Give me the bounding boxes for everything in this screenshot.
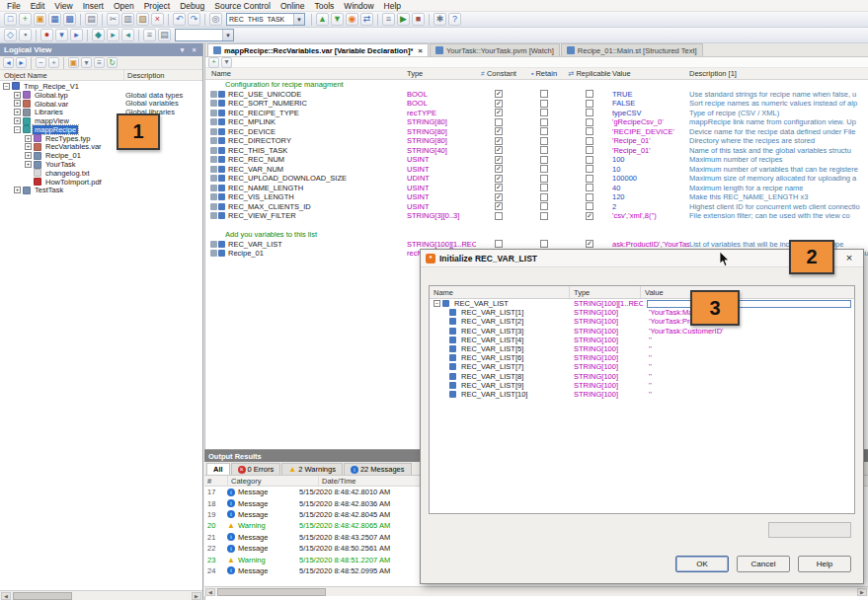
tree-item-mappview[interactable]: +mappView bbox=[0, 116, 202, 125]
pin-panel-icon[interactable]: ▾ bbox=[178, 46, 187, 54]
dialog-row-rec-var-list-3[interactable]: REC_VAR_LIST[3]STRING[100]'YourTask:Cust… bbox=[430, 327, 854, 336]
replicable-checkbox[interactable] bbox=[586, 90, 593, 98]
retain-checkbox[interactable] bbox=[540, 90, 548, 98]
output-tab-22-messages[interactable]: i22 Messages bbox=[344, 463, 412, 475]
value-column-header[interactable]: Value bbox=[641, 286, 854, 298]
retain-checkbox[interactable] bbox=[540, 193, 548, 201]
add-object-icon[interactable]: + bbox=[19, 13, 32, 26]
name-column-header[interactable]: Name bbox=[430, 286, 570, 298]
tree-item-yourtask[interactable]: +YourTask bbox=[0, 160, 202, 169]
build-icon[interactable]: ▲ bbox=[316, 13, 329, 26]
menu-item-debug[interactable]: Debug bbox=[175, 1, 209, 11]
collapse-all-icon[interactable]: − bbox=[36, 57, 46, 68]
open-icon[interactable]: ▣ bbox=[34, 13, 46, 26]
variable-row[interactable]: REC_RECIPE_TYPErecTYPE✓typeCSVType of re… bbox=[205, 109, 868, 118]
tree-item-changelog-txt[interactable]: changelog.txt bbox=[0, 169, 202, 178]
tree-item-testtask[interactable]: +TestTask bbox=[0, 187, 202, 195]
ok-button[interactable]: OK bbox=[675, 556, 729, 572]
variable-row[interactable]: REC_VIEW_FILTERSTRING[3][0..3]✓'csv','xm… bbox=[205, 211, 868, 221]
output-horizontal-scrollbar[interactable]: ◀ ▶ bbox=[204, 586, 868, 596]
prev-bookmark-icon[interactable]: ◂ bbox=[121, 29, 134, 41]
value-cell[interactable]: 'Recipe_01' bbox=[612, 146, 689, 155]
replicable-checkbox[interactable] bbox=[586, 118, 593, 126]
tree-item-howtoimport-pdf[interactable]: HowToImport.pdf bbox=[0, 178, 202, 187]
help-icon[interactable]: ? bbox=[448, 13, 461, 26]
add-variable-icon[interactable]: + bbox=[208, 57, 219, 68]
variable-row[interactable]: REC_NAME_LENGTHUSINT✓40Maximum length fo… bbox=[205, 184, 868, 193]
number-column-header[interactable]: # bbox=[204, 476, 228, 486]
menu-item-insert[interactable]: Insert bbox=[78, 1, 109, 11]
bookmark-icon[interactable]: ◆ bbox=[92, 29, 105, 41]
editor-tab-recipe-01[interactable]: Recipe_01::Main.st [Structured Text] bbox=[561, 43, 703, 56]
constant-checkbox[interactable]: ✓ bbox=[495, 175, 503, 183]
dialog-row-rec-var-list-4[interactable]: REC_VAR_LIST[4]STRING[100]'' bbox=[430, 336, 854, 344]
undo-icon[interactable]: ↶ bbox=[173, 13, 186, 26]
tree-toggle-icon[interactable]: + bbox=[14, 92, 21, 99]
variable-name-cell[interactable]: REC_NAME_LENGTH bbox=[205, 184, 407, 192]
menu-item-view[interactable]: View bbox=[49, 1, 77, 11]
replicable-checkbox[interactable] bbox=[586, 202, 593, 210]
dialog-row-rec-var-list-7[interactable]: REC_VAR_LIST[7]STRING[100]'' bbox=[430, 362, 854, 371]
dialog-row-rec-var-list-8[interactable]: REC_VAR_LIST[8]STRING[100]'' bbox=[430, 372, 854, 381]
rebuild-icon[interactable]: ▼ bbox=[331, 13, 344, 26]
variable-type[interactable]: UDINT bbox=[407, 174, 476, 183]
scrollbar-thumb[interactable] bbox=[13, 592, 72, 600]
variable-name-cell[interactable]: REC_THIS_TASK bbox=[205, 146, 407, 155]
value-cell[interactable]: 'gRecipeCsv_0' bbox=[612, 117, 689, 126]
dialog-row-rec-var-list-5[interactable]: REC_VAR_LIST[5]STRING[100]'' bbox=[430, 344, 854, 353]
object-name-column-header[interactable]: Object Name bbox=[0, 70, 124, 80]
menu-item-open[interactable]: Open bbox=[109, 1, 139, 11]
variable-row[interactable]: REC_REC_NUMUSINT✓100Maximum number of re… bbox=[205, 155, 868, 165]
tree-toggle-icon[interactable]: + bbox=[25, 152, 32, 159]
constant-checkbox[interactable]: ✓ bbox=[495, 100, 503, 108]
replicable-checkbox[interactable] bbox=[586, 109, 593, 116]
find-icon[interactable]: ◎ bbox=[209, 13, 222, 26]
editor-tab-mapprecipe[interactable]: mappRecipe::RecVariables.var [Variable D… bbox=[207, 43, 429, 56]
variable-name-cell[interactable]: REC_VAR_LIST bbox=[205, 240, 407, 249]
constant-checkbox[interactable]: ✓ bbox=[495, 90, 503, 98]
step-into-icon[interactable]: ▾ bbox=[55, 29, 68, 41]
constant-checkbox[interactable]: ✓ bbox=[495, 137, 503, 145]
variable-name-cell[interactable]: REC_DEVICE bbox=[205, 127, 407, 136]
variable-type[interactable]: USINT bbox=[407, 165, 476, 174]
settings-icon[interactable]: ✱ bbox=[434, 13, 446, 26]
delete-icon[interactable]: × bbox=[151, 13, 164, 26]
refresh-icon[interactable]: ↻ bbox=[107, 57, 118, 68]
scroll-left-icon[interactable]: ◀ bbox=[1, 592, 11, 600]
expand-all-icon[interactable]: + bbox=[48, 57, 59, 68]
menu-item-window[interactable]: Window bbox=[339, 1, 378, 11]
retain-column-header[interactable]: ▪Retain bbox=[521, 69, 567, 78]
editor-tab-yourtask[interactable]: YourTask::YourTask.pvm [Watch] bbox=[430, 43, 560, 56]
value-cell[interactable]: 40 bbox=[612, 184, 689, 192]
replicable-checkbox[interactable] bbox=[586, 184, 593, 191]
variable-type[interactable]: recTYPE bbox=[407, 109, 476, 117]
chevron-down-icon[interactable]: ▼ bbox=[222, 30, 233, 40]
menu-item-source-control[interactable]: Source Control bbox=[209, 1, 276, 11]
output-tab-0-errors[interactable]: ×0 Errors bbox=[231, 463, 281, 475]
value-cell[interactable]: ask:ProductID','YourTask:CustomerID',7('… bbox=[612, 240, 689, 249]
replicable-checkbox[interactable] bbox=[586, 100, 593, 108]
tree-toggle-icon[interactable]: + bbox=[25, 135, 32, 142]
paste-icon[interactable]: ▨ bbox=[136, 13, 149, 26]
constant-column-header[interactable]: ≠Constant bbox=[476, 69, 521, 78]
tree-item-rectypes-typ[interactable]: +RecTypes.typ bbox=[0, 134, 202, 143]
value-cell[interactable]: 'Recipe_01' bbox=[612, 136, 689, 145]
value-column-header[interactable]: Value bbox=[612, 69, 689, 78]
constant-checkbox[interactable]: ✓ bbox=[495, 146, 503, 154]
menu-item-edit[interactable]: Edit bbox=[26, 1, 50, 11]
value-cell[interactable]: 'RECIPE_DEVICE' bbox=[612, 127, 689, 136]
retain-checkbox[interactable] bbox=[540, 175, 548, 183]
cut-icon[interactable]: ✂ bbox=[107, 13, 119, 26]
retain-checkbox[interactable] bbox=[540, 127, 548, 135]
replicable-checkbox[interactable]: ✓ bbox=[586, 212, 593, 220]
variable-row[interactable]: REC_VIS_LENGTHUSINT✓120Make this REC_NAM… bbox=[205, 192, 868, 202]
type-column-header[interactable]: Type bbox=[570, 286, 641, 298]
value-cell[interactable]: typeCSV bbox=[612, 109, 689, 117]
description-column-header[interactable]: Description [1] bbox=[689, 69, 868, 78]
tree-item-tmp-recipe-v1[interactable]: −Tmp_Recipe_V1 bbox=[0, 82, 202, 91]
value-cell[interactable]: 'csv','xml',8('') bbox=[612, 211, 689, 220]
replicable-checkbox[interactable] bbox=[586, 193, 593, 201]
variable-type[interactable]: STRING[80] bbox=[407, 127, 476, 136]
tree-toggle-icon[interactable]: + bbox=[14, 187, 21, 193]
new-watch-icon[interactable]: ◇ bbox=[4, 29, 17, 41]
